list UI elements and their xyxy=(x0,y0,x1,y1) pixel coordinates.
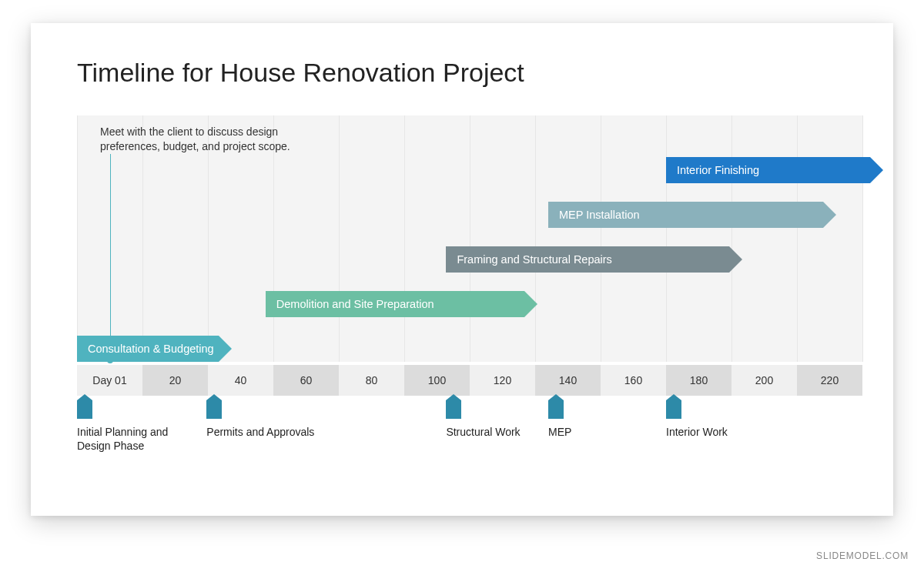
axis-cell: Day 01 xyxy=(77,365,142,396)
milestone: Permits and Approvals xyxy=(206,400,330,439)
axis-cell: 20 xyxy=(142,365,208,396)
watermark: SLIDEMODEL.COM xyxy=(816,550,909,561)
milestone-label: MEP xyxy=(548,425,671,439)
milestone-marker-icon xyxy=(548,400,564,419)
axis-cell: 60 xyxy=(273,365,339,396)
milestone-marker-icon xyxy=(206,400,222,419)
milestone-marker-icon xyxy=(77,400,92,419)
gantt-bar-label: Interior Finishing xyxy=(677,164,759,176)
gantt-bar: Demolition and Site Preparation xyxy=(266,291,525,317)
milestone-marker-icon xyxy=(666,400,681,419)
gantt-bar-label: Consultation & Budgeting xyxy=(88,343,214,355)
gantt-bar-label: Demolition and Site Preparation xyxy=(276,298,434,310)
milestone: Interior Work xyxy=(666,400,789,439)
gantt-bar: MEP Installation xyxy=(548,202,823,228)
axis-cell: 220 xyxy=(797,365,862,396)
axis-cell: 40 xyxy=(208,365,273,396)
gantt-bar: Interior Finishing xyxy=(666,157,870,183)
milestone-marker-icon xyxy=(446,400,461,419)
annotation-text: Meet with the client to discuss design p… xyxy=(100,125,331,154)
milestone: MEP xyxy=(548,400,671,439)
axis-cell: 100 xyxy=(404,365,470,396)
axis-cell: 160 xyxy=(601,365,666,396)
axis-cell: 200 xyxy=(732,365,797,396)
gantt-chart: Meet with the client to discuss design p… xyxy=(77,115,862,362)
gantt-bar: Consultation & Budgeting xyxy=(77,336,219,362)
milestone-label: Interior Work xyxy=(666,425,789,439)
axis-cell: 140 xyxy=(535,365,601,396)
gantt-bar-label: Framing and Structural Repairs xyxy=(457,253,611,266)
slide: Timeline for House Renovation Project Me… xyxy=(31,23,893,516)
gantt-bar-label: MEP Installation xyxy=(559,209,640,221)
annotation-connector xyxy=(110,154,111,360)
milestones-row: Initial Planning and Design PhasePermits… xyxy=(77,400,862,477)
milestone-label: Permits and Approvals xyxy=(206,425,330,439)
time-axis: Day 0120406080100120140160180200220 xyxy=(77,365,862,396)
milestone-label: Initial Planning and Design Phase xyxy=(77,425,200,453)
slide-title: Timeline for House Renovation Project xyxy=(77,58,524,88)
axis-cell: 180 xyxy=(666,365,732,396)
gantt-bar: Framing and Structural Repairs xyxy=(446,246,728,273)
axis-cell: 120 xyxy=(470,365,535,396)
milestone: Initial Planning and Design Phase xyxy=(77,400,200,453)
axis-cell: 80 xyxy=(339,365,404,396)
